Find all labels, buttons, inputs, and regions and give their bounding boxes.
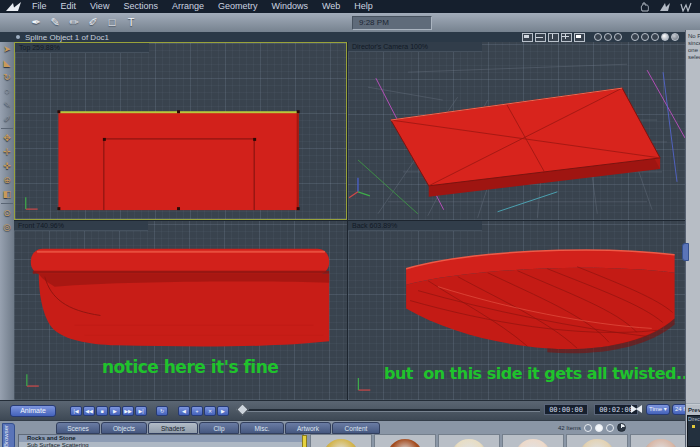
menu-arrange[interactable]: Arrange (165, 0, 211, 13)
zoom-tool-icon[interactable]: ⊙ (0, 206, 14, 220)
tab-artwork[interactable]: Artwork (285, 422, 331, 434)
display-wireframe-icon[interactable] (594, 33, 602, 41)
display-gouraud-icon[interactable] (614, 33, 622, 41)
viewport-directors-camera[interactable]: Director's Camera 100% (348, 42, 685, 220)
delete-point-tool-icon[interactable]: ✐ (85, 15, 101, 30)
loop-button[interactable]: ↻ (156, 406, 168, 416)
panel-pull-tab[interactable] (682, 243, 689, 261)
add-point-tool-icon[interactable]: ✎ (47, 15, 63, 30)
menu-web[interactable]: Web (315, 0, 347, 13)
layout-two-pane-icon[interactable] (535, 33, 546, 42)
pen-tool-icon[interactable]: ✒ (28, 15, 44, 30)
menu-edit[interactable]: Edit (54, 0, 84, 13)
spline-toolbar: ✒ ✎ ✏ ✐ □ T 9:28 PM (0, 13, 700, 33)
menu-geometry[interactable]: Geometry (211, 0, 265, 13)
viewport-top[interactable]: Top 259.88% (14, 42, 347, 220)
cursor-marker (692, 425, 695, 428)
viewport-front[interactable]: Front 740.96% notice here it's fine (14, 221, 347, 400)
menu-bar: File Edit View Sections Arrange Geometry… (0, 0, 700, 13)
shader-category-list: Rocks and Stone Sub Surface Scattering (18, 434, 304, 447)
pan-tool-icon[interactable]: ◎ (0, 220, 14, 234)
layout-three-pane-icon[interactable] (548, 33, 559, 42)
draw-tool-icon[interactable]: ✎ (0, 98, 14, 112)
move-axis-tool-icon[interactable]: ✜ (0, 159, 14, 173)
camera-dolly-icon[interactable] (651, 33, 659, 41)
display-flat-icon[interactable] (604, 33, 612, 41)
text-tool-icon[interactable]: T (123, 15, 139, 30)
camera-track-icon[interactable] (631, 33, 639, 41)
panel-divider (686, 403, 700, 405)
tab-scenes[interactable]: Scenes (56, 422, 100, 434)
shader-thumbnail[interactable] (374, 434, 436, 447)
shaded-sphere-icon[interactable] (661, 33, 669, 41)
view-medium-icon[interactable] (595, 424, 603, 432)
hand-icon[interactable] (640, 2, 650, 12)
move-tool-icon[interactable]: ✥ (0, 131, 14, 145)
shader-sphere-preview (643, 439, 679, 447)
add-key-button[interactable]: + (191, 406, 203, 416)
scale-tool-icon[interactable]: ○ (0, 84, 14, 98)
top-view-drawing (15, 43, 346, 219)
swoosh-icon[interactable] (659, 2, 671, 12)
jump-end-button[interactable]: ▶| (135, 406, 147, 416)
layout-single-icon[interactable] (522, 33, 533, 42)
shader-thumbnail[interactable] (310, 434, 372, 447)
frame-back-button[interactable]: ◀◀ (83, 406, 95, 416)
shader-thumbnail[interactable] (502, 434, 564, 447)
shader-thumbnail[interactable] (630, 434, 685, 447)
layout-four-pane-icon[interactable] (561, 33, 572, 42)
select-tool-icon[interactable]: ➤ (0, 42, 14, 56)
menu-windows[interactable]: Windows (264, 0, 315, 13)
animate-button[interactable]: Animate (10, 405, 56, 417)
convert-point-tool-icon[interactable]: ✏ (66, 15, 82, 30)
document-title: Spline Object 1 of Doc1 (25, 33, 109, 42)
shader-thumbnail[interactable] (566, 434, 628, 447)
layout-grid-icon[interactable] (574, 33, 585, 42)
current-time-field[interactable]: 00:00:00 (544, 404, 588, 415)
prev-key-button[interactable]: ◀ (178, 406, 190, 416)
info-text-line: since t (686, 40, 700, 47)
play-button[interactable]: ▶ (109, 406, 121, 416)
time-unit-dropdown[interactable]: Time ▾ (646, 404, 670, 415)
trackball-tool-icon[interactable]: ⊕ (0, 173, 14, 187)
jump-start-button[interactable]: |◀ (70, 406, 82, 416)
bend-tool-icon[interactable]: ◣ (0, 56, 14, 70)
rectangle-tool-icon[interactable]: □ (104, 15, 120, 30)
shader-thumbnail[interactable] (438, 434, 500, 447)
window-collapse-icon[interactable] (16, 35, 20, 39)
camera-bank-icon[interactable] (641, 33, 649, 41)
view-large-icon[interactable] (606, 424, 614, 432)
delete-key-button[interactable]: ✕ (204, 406, 216, 416)
list-item-sub-surface-scattering[interactable]: Sub Surface Scattering (19, 442, 303, 447)
browser-tray-tab[interactable]: Browser (2, 423, 15, 447)
butterfly-toggle-icon[interactable] (630, 404, 643, 415)
stop-button[interactable]: ■ (96, 406, 108, 416)
next-key-button[interactable]: ▶ (217, 406, 229, 416)
textured-sphere-icon[interactable] (671, 33, 679, 41)
tab-misc[interactable]: Misc. (240, 422, 284, 434)
draw-alt-tool-icon[interactable]: ✐ (0, 112, 14, 126)
view-small-icon[interactable] (584, 424, 592, 432)
menu-view[interactable]: View (83, 0, 116, 13)
frame-forward-button[interactable]: ▶▶ (122, 406, 134, 416)
item-count-label: 42 Items (558, 425, 581, 431)
menu-file[interactable]: File (25, 0, 54, 13)
rotate-view-tool-icon[interactable]: ↻ (0, 70, 14, 84)
tab-content[interactable]: Content (332, 422, 380, 434)
options-pie-icon[interactable] (617, 423, 626, 432)
timeline-scrubber[interactable] (240, 409, 540, 412)
camera-preview-thumbnail[interactable]: Direct (687, 415, 700, 447)
box-mode-icon[interactable]: ◧ (0, 187, 14, 201)
menu-help[interactable]: Help (347, 0, 380, 13)
menu-sections[interactable]: Sections (116, 0, 165, 13)
shader-sphere-preview (387, 439, 423, 447)
move-plane-tool-icon[interactable]: ✛ (0, 145, 14, 159)
tab-clip[interactable]: Clip (199, 422, 239, 434)
list-item-rocks-and-stone[interactable]: Rocks and Stone (19, 435, 303, 442)
viewport-back[interactable]: Back 603.89% but on this side it gets al… (348, 221, 685, 400)
list-scrollbar[interactable] (302, 435, 307, 447)
tab-objects[interactable]: Objects (101, 422, 147, 434)
shader-sphere-preview (323, 439, 359, 447)
tab-shaders[interactable]: Shaders (148, 422, 198, 434)
script-w-icon[interactable] (680, 2, 692, 12)
